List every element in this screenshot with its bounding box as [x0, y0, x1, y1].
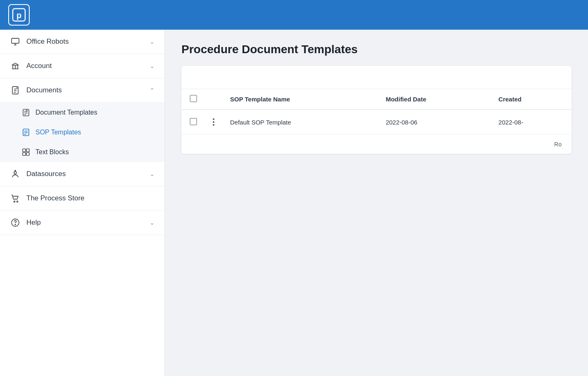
svg-rect-28: [23, 149, 26, 152]
page-title: Procedure Document Templates: [181, 43, 572, 56]
col-header-menu: [204, 89, 223, 110]
sidebar-item-office-robots[interactable]: Office Robots ⌄: [0, 30, 165, 54]
col-header-modified: Modified Date: [379, 89, 492, 110]
content-area: Procedure Document Templates SOP Templat…: [165, 30, 588, 376]
svg-point-36: [17, 201, 18, 202]
row-checkbox[interactable]: [190, 118, 197, 125]
sidebar-item-document-templates[interactable]: Document Templates: [0, 103, 165, 122]
chevron-down-icon: ⌄: [150, 171, 155, 177]
col-header-check: [181, 89, 204, 110]
sidebar-item-account-label: Account: [26, 62, 150, 70]
svg-point-35: [14, 201, 15, 202]
sidebar-item-text-blocks[interactable]: Text Blocks: [0, 142, 165, 162]
select-all-checkbox[interactable]: [190, 95, 197, 102]
chevron-down-icon: ⌄: [150, 38, 155, 45]
table-footer: Ro: [181, 134, 572, 154]
sop-icon: [21, 128, 31, 136]
logo[interactable]: p: [8, 4, 30, 26]
row-checkbox-cell: [181, 110, 204, 134]
monitor-icon: [10, 37, 21, 46]
chevron-down-icon: ⌄: [150, 63, 155, 69]
table-row: Default SOP Template 2022-08-06 2022-08-: [181, 110, 572, 134]
sidebar-item-process-store[interactable]: The Process Store: [0, 186, 165, 211]
row-menu-cell: [204, 110, 223, 134]
bank-icon: [10, 61, 21, 70]
sidebar-item-document-templates-label: Document Templates: [35, 109, 97, 116]
row-modified-cell: 2022-08-06: [379, 110, 492, 134]
svg-text:p: p: [16, 11, 21, 20]
datasources-icon: [10, 169, 21, 179]
svg-rect-30: [23, 153, 26, 155]
col-header-name: SOP Template Name: [223, 89, 379, 110]
document-template-icon: [21, 108, 31, 117]
svg-rect-31: [26, 153, 29, 155]
sidebar: Office Robots ⌄ Account ⌄: [0, 30, 165, 376]
chevron-up-icon: ⌃: [150, 87, 155, 94]
svg-point-32: [14, 172, 16, 174]
table-toolbar: [181, 66, 572, 89]
sidebar-item-datasources-label: Datasources: [26, 170, 150, 178]
row-name-cell: Default SOP Template: [223, 110, 379, 134]
sidebar-item-account[interactable]: Account ⌄: [0, 54, 165, 78]
table-card: SOP Template Name Modified Date Created: [181, 66, 572, 154]
header-bar: p: [0, 0, 588, 30]
row-created-cell: 2022-08-: [492, 110, 572, 134]
chevron-down-icon: ⌄: [150, 219, 155, 226]
main-layout: Office Robots ⌄ Account ⌄: [0, 30, 588, 376]
document-plus-icon: [10, 86, 21, 95]
sidebar-item-process-store-label: The Process Store: [26, 194, 155, 202]
sop-templates-table: SOP Template Name Modified Date Created: [181, 89, 572, 134]
help-icon: [10, 218, 21, 227]
sidebar-item-documents[interactable]: Documents ⌃: [0, 78, 165, 103]
sidebar-item-documents-label: Documents: [26, 86, 150, 94]
sidebar-item-help-label: Help: [26, 219, 150, 227]
text-blocks-icon: [21, 148, 31, 156]
sidebar-item-office-robots-label: Office Robots: [26, 38, 150, 46]
svg-rect-29: [26, 149, 29, 152]
sidebar-item-text-blocks-label: Text Blocks: [35, 148, 69, 156]
svg-rect-2: [12, 38, 19, 43]
svg-point-38: [15, 224, 16, 225]
sidebar-item-datasources[interactable]: Datasources ⌄: [0, 162, 165, 186]
table-footer-text: Ro: [554, 141, 562, 148]
sidebar-item-sop-templates-label: SOP Templates: [35, 129, 81, 136]
sidebar-documents-submenu: Document Templates SOP Templates: [0, 103, 165, 162]
row-context-menu-button[interactable]: [210, 117, 217, 127]
cart-icon: [10, 194, 21, 203]
sidebar-item-help[interactable]: Help ⌄: [0, 211, 165, 235]
sidebar-item-sop-templates[interactable]: SOP Templates: [0, 122, 165, 142]
col-header-created: Created: [492, 89, 572, 110]
